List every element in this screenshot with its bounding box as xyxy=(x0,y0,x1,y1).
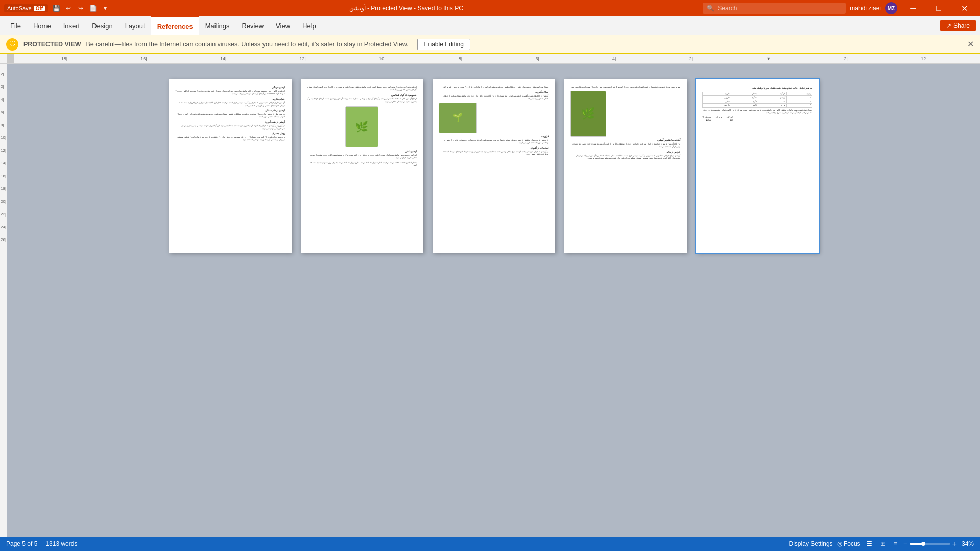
print-layout-view-button[interactable]: ☰ xyxy=(865,539,874,548)
page-3-intro: چمنزارهای کوهستانی و دشت‌های آفتابی رویش… xyxy=(439,86,549,89)
search-input[interactable] xyxy=(718,5,842,12)
user-initials: MZ xyxy=(888,6,895,11)
page-1-block-5: روش مصرف برای مصرف آویشن ۱ تا ۲ گرم پودر… xyxy=(175,132,285,141)
tab-help[interactable]: Help xyxy=(296,16,322,35)
zoom-slider[interactable] xyxy=(910,543,950,545)
page-4-content: هم عروسی، هم ترانه‌ها، هم زمزمه‌ها. در ت… xyxy=(564,79,687,253)
tab-references[interactable]: References xyxy=(151,16,199,35)
page-1-body-2: آویشن دارای خواص ضدباکتریایی، ضدقارچی و … xyxy=(175,102,285,107)
page-1-heading-4: آویشن در طب آیورودا xyxy=(175,121,285,124)
page-2-block-4: مقدار اسانس: ۰/۲۵ تا ۰/۶۲۸ درصد. ترکیبات… xyxy=(307,162,417,167)
zoom-thumb xyxy=(921,542,925,546)
tab-review[interactable]: Review xyxy=(235,16,270,35)
page-2-intro: آویشن باغی (Lamiaceae) نوعی گیاه دارویی … xyxy=(307,86,417,92)
page-4-body-1: این گیاه آویشن نه تنها در دنیا بلکه در ا… xyxy=(570,143,681,149)
page-2-body-3: مقدار اسانس: ۰/۲۵ تا ۰/۶۲۸ درصد. ترکیبات… xyxy=(307,162,417,167)
main-area: 2| 2| 4| 6| 8| 10| 12| 14| 16| 18| 20| 2… xyxy=(0,64,980,537)
page-2-heading-2: آویشن باغی xyxy=(307,150,417,153)
document-title: آویشن - Protected View - Saved to this P… xyxy=(349,5,463,12)
page-3-block-2: مکان گلرویه آویشن در خاک‌های سبک، آهکی و… xyxy=(439,91,549,100)
undo-icon[interactable]: ↩ xyxy=(64,4,73,12)
maximize-button[interactable]: □ xyxy=(927,0,950,16)
page-1-body-3: در طب مثلی از آویشن برای درمان سرفه، برو… xyxy=(175,113,285,119)
user-avatar[interactable]: MZ xyxy=(885,2,897,14)
status-bar: Page 5 of 5 1313 words Display Settings … xyxy=(0,537,980,551)
autosave-toggle[interactable]: AutoSave Off xyxy=(4,4,48,12)
page-1-heading-2: خواص دارویی xyxy=(175,98,285,101)
table-row: ۲ نعنا ۵گرم غذایی xyxy=(702,100,812,104)
display-settings-button[interactable]: Display Settings xyxy=(789,540,833,547)
table-row: ۳ مرزه ۸گرم دارویی xyxy=(702,104,812,108)
tab-insert[interactable]: Insert xyxy=(57,16,86,35)
word-count: 1313 words xyxy=(45,540,77,547)
page-1-heading-1: آویشن فرنگی xyxy=(175,86,285,89)
zoom-level: 34% xyxy=(959,540,974,547)
customize-icon[interactable]: ▾ xyxy=(101,4,109,12)
page-5-block-2: جدول فوق نشان‌دهنده ترکیبات مختلف گیاهی … xyxy=(702,109,812,115)
page-1-heading-5: روش مصرف xyxy=(175,132,285,135)
page-5-heading-1: یه چیزی قبل چاپ باید پرینت همه هفت مورد … xyxy=(702,86,812,90)
ruler-corner xyxy=(7,54,14,64)
autosave-label: AutoSave xyxy=(7,5,32,11)
close-button[interactable]: ✕ xyxy=(952,0,976,16)
page-1-body-1: آویشن با گیاهی روایی و معطر است که در اک… xyxy=(175,90,285,96)
share-button[interactable]: ↗ Share xyxy=(940,20,976,31)
page-1-block-4: آویشن در طب آیورودا در آیورودا از آویشن … xyxy=(175,121,285,130)
tab-home[interactable]: Home xyxy=(27,16,57,35)
new-doc-icon[interactable]: 📄 xyxy=(89,4,97,12)
focus-button[interactable]: ◎ Focus xyxy=(837,540,861,547)
tab-file[interactable]: File xyxy=(4,16,27,35)
zoom-in-button[interactable]: + xyxy=(952,540,957,548)
window-controls: ─ □ ✕ xyxy=(901,0,976,16)
page-5-block-1: یه چیزی قبل چاپ باید پرینت همه هفت مورد … xyxy=(702,86,812,90)
shield-icon: 🛡 xyxy=(6,38,18,51)
status-left: Page 5 of 5 1313 words xyxy=(6,540,77,547)
zoom-control: − + 34% xyxy=(903,540,974,548)
table-row: ۱ آویشن ۱۰گرم دارویی xyxy=(702,96,812,100)
tab-view[interactable]: View xyxy=(270,16,296,35)
page-3-heading-1: مکان گلرویه xyxy=(439,91,549,94)
save-icon[interactable]: 💾 xyxy=(52,4,60,12)
page-3-body-3: از آویشن به عنوان ادویه در پخت گوشت، مرغ… xyxy=(439,151,549,156)
search-box[interactable]: 🔍 xyxy=(703,3,846,14)
page-3-body-2: از آویشن فرآورده‌های مختلفی از جمله دم‌ن… xyxy=(439,139,549,145)
title-bar-left: AutoSave Off 💾 ↩ ↪ 📄 ▾ xyxy=(4,4,109,12)
page-3-content: چمنزارهای کوهستانی و دشت‌های آفتابی رویش… xyxy=(433,79,555,253)
ribbon-tabs: File Home Insert Design Layout Reference… xyxy=(0,16,980,35)
page-4-heading-2: خواص درمانی xyxy=(570,151,681,154)
tab-mailings[interactable]: Mailings xyxy=(199,16,236,35)
page-5-body-1: جدول فوق نشان‌دهنده ترکیبات مختلف گیاهی … xyxy=(702,109,812,115)
page-4-block-3: خواص درمانی آویشن دارای خواص ضدالتهابی، … xyxy=(570,151,681,160)
page-2-heading-1: خصوصیات گیاه شناسی xyxy=(307,94,417,97)
ribbon: File Home Insert Design Layout Reference… xyxy=(0,16,980,35)
page-4-heading-1: آشنایی با طوس آویشن xyxy=(570,139,681,142)
title-bar: AutoSave Off 💾 ↩ ↪ 📄 ▾ آویشن - Protected… xyxy=(0,0,980,16)
tab-design[interactable]: Design xyxy=(86,16,118,35)
page-4-body-2: آویشن دارای خواص ضدالتهابی، ضدمیکروبی و … xyxy=(570,155,681,160)
protected-view-bar: 🛡 PROTECTED VIEW Be careful—files from t… xyxy=(0,35,980,54)
pages-row: آویشن فرنگی آویشن با گیاهی روایی و معطر … xyxy=(169,79,819,253)
page-3-heading-3: استفاده در آشپزی xyxy=(439,147,549,150)
page-4-intro: هم عروسی، هم ترانه‌ها، هم زمزمه‌ها. در ت… xyxy=(570,86,681,89)
page-4-block-2: آشنایی با طوس آویشن این گیاه آویشن نه تن… xyxy=(570,139,681,148)
page-4: هم عروسی، هم ترانه‌ها، هم زمزمه‌ها. در ت… xyxy=(564,79,687,253)
outline-view-button[interactable]: ≡ xyxy=(892,539,899,548)
tab-layout[interactable]: Layout xyxy=(119,16,151,35)
vertical-ruler: 2| 2| 4| 6| 8| 10| 12| 14| 16| 18| 20| 2… xyxy=(0,64,7,537)
page-3-block-4: استفاده در آشپزی از آویشن به عنوان ادویه… xyxy=(439,147,549,156)
minimize-button[interactable]: ─ xyxy=(901,0,925,16)
page-2-block-2: خصوصیات گیاه شناسی ارتفاع آویشن باغی به … xyxy=(307,94,417,103)
enable-editing-button[interactable]: Enable Editing xyxy=(417,39,470,50)
ruler-numbers: 18| 16| 14| 12| 10| 8| 6| 4| 2| ▼ 2| 12 xyxy=(14,56,973,61)
close-protected-bar-icon[interactable]: ✕ xyxy=(967,39,974,49)
web-layout-view-button[interactable]: ⊞ xyxy=(878,539,888,548)
status-right: Display Settings ◎ Focus ☰ ⊞ ≡ − + 34% xyxy=(789,539,974,548)
share-icon: ↗ xyxy=(946,22,951,29)
redo-icon[interactable]: ↪ xyxy=(77,4,85,12)
page-3-body-1: آویشن در خاک‌های سبک، آهکی و با زهکشی خو… xyxy=(439,95,549,101)
page-2-plant-image: 🌿 xyxy=(345,106,378,147)
ruler-main: 18| 16| 14| 12| 10| 8| 6| 4| 2| ▼ 2| 12 xyxy=(14,54,973,64)
zoom-out-button[interactable]: − xyxy=(903,540,907,548)
page-5-block-3: گر:۱ ۰/۵ قطر مزه: ۰/۸ پرورش: ۱/۲ شرایط xyxy=(702,116,812,121)
page-1-block-2: خواص دارویی آویشن دارای خواص ضدباکتریایی… xyxy=(175,98,285,107)
